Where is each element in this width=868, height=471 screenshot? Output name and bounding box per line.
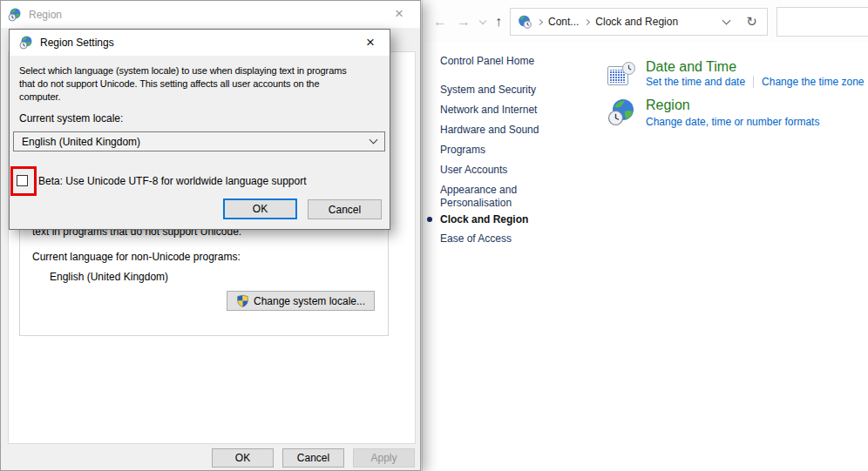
section-title-region[interactable]: Region [646, 98, 690, 113]
section-title-date-and-time[interactable]: Date and Time [646, 59, 736, 75]
region-icon [8, 8, 22, 22]
breadcrumb-separator-icon [537, 18, 543, 24]
control-panel-window: ← → ↑ Cont... Clock and Region [422, 0, 868, 471]
up-icon[interactable]: ↑ [495, 14, 502, 30]
region-settings-titlebar: Region Settings [10, 30, 390, 56]
cancel-button[interactable]: Cancel [308, 199, 382, 219]
region-settings-dialog: Region Settings × Select which language … [9, 29, 390, 230]
sidebar-item-clock-and-region[interactable]: Clock and Region [440, 213, 528, 225]
apply-button[interactable]: Apply [353, 448, 415, 468]
forward-icon[interactable]: → [457, 14, 471, 30]
ok-button[interactable]: OK [223, 198, 297, 219]
date-time-icon [607, 61, 635, 91]
refresh-icon: ↻ [746, 14, 757, 30]
link-separator [753, 76, 754, 88]
close-icon[interactable]: × [356, 31, 384, 53]
recent-pages-chevron-icon[interactable] [479, 17, 486, 24]
ok-button[interactable]: OK [212, 448, 274, 468]
link-change-formats[interactable]: Change date, time or number formats [646, 116, 819, 128]
chevron-down-icon [370, 136, 378, 145]
current-language-value: English (United Kingdom) [50, 271, 168, 283]
sidebar-item-appearance-and-personalisation[interactable]: Appearance and Personalisation [440, 184, 558, 210]
breadcrumb-item-current[interactable]: Clock and Region [595, 16, 678, 28]
sidebar-item-user-accounts[interactable]: User Accounts [440, 164, 507, 176]
control-panel-icon [518, 15, 532, 29]
sidebar-item-hardware-and-sound[interactable]: Hardware and Sound [440, 124, 539, 136]
sidebar-item-programs[interactable]: Programs [440, 144, 485, 156]
region-dialog-titlebar: Region [1, 1, 420, 28]
back-icon[interactable]: ← [433, 14, 447, 30]
change-system-locale-button[interactable]: Change system locale... [227, 291, 375, 311]
system-locale-value: English (United Kingdom) [22, 136, 370, 148]
current-system-locale-label: Current system locale: [19, 112, 123, 124]
sidebar-item-system-and-security[interactable]: System and Security [440, 84, 536, 96]
uac-shield-icon [236, 294, 249, 307]
refresh-button[interactable]: ↻ [736, 8, 768, 36]
breadcrumb: Cont... Clock and Region [510, 8, 737, 36]
search-input[interactable] [777, 8, 868, 36]
beta-utf8-checkbox[interactable] [17, 175, 28, 186]
region-settings-description: Select which language (system locale) to… [19, 64, 347, 104]
system-locale-select[interactable]: English (United Kingdom) [13, 131, 385, 151]
change-system-locale-label: Change system locale... [254, 295, 365, 307]
breadcrumb-separator-icon [584, 18, 590, 24]
close-icon[interactable]: × [385, 3, 413, 25]
sidebar-item-ease-of-access[interactable]: Ease of Access [440, 232, 512, 245]
link-set-time-and-date[interactable]: Set the time and date [646, 76, 745, 88]
breadcrumb-dropdown-chevron-icon[interactable] [722, 16, 731, 24]
cancel-button[interactable]: Cancel [282, 448, 344, 468]
region-settings-title: Region Settings [40, 37, 114, 49]
breadcrumb-item-control-panel[interactable]: Cont... [548, 16, 579, 28]
search-box [776, 7, 868, 37]
sidebar-item-home[interactable]: Control Panel Home [440, 55, 534, 67]
region-settings-icon [19, 36, 33, 50]
current-language-label: Current language for non-Unicode program… [32, 251, 241, 263]
active-item-bullet-icon [427, 217, 432, 222]
region-dialog-title: Region [29, 9, 62, 21]
sidebar-item-network-and-internet[interactable]: Network and Internet [440, 104, 537, 116]
link-change-time-zone[interactable]: Change the time zone [762, 76, 864, 88]
navigation-bar: ← → ↑ Cont... Clock and Region [423, 0, 868, 43]
beta-utf8-label: Beta: Use Unicode UTF-8 for worldwide la… [38, 175, 307, 187]
region-section-icon [607, 98, 635, 129]
